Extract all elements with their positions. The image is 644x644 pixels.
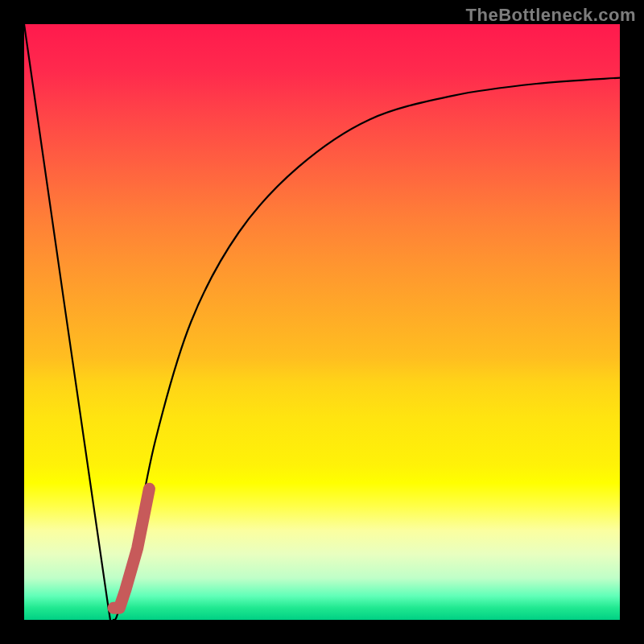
highlight-segment-path — [114, 489, 149, 608]
plot-area — [24, 24, 620, 620]
curves-layer — [24, 24, 620, 620]
attribution-text: TheBottleneck.com — [466, 5, 636, 26]
bottleneck-curve-path — [24, 24, 620, 620]
chart-container: TheBottleneck.com — [0, 0, 644, 644]
